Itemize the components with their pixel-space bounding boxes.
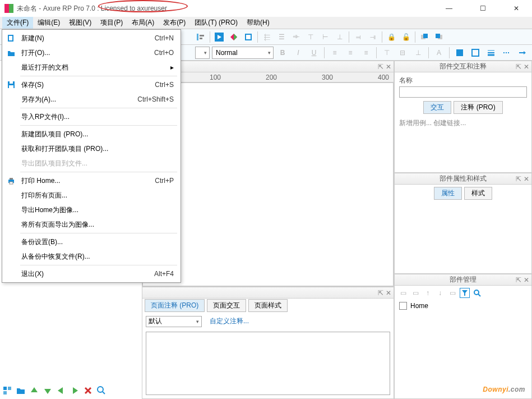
file-menu-item-19[interactable]: 从备份中恢复文件(R)...: [3, 249, 179, 264]
menu-4[interactable]: 布局(A): [127, 17, 159, 29]
minimize-button[interactable]: —: [438, 2, 460, 15]
svg-line-39: [103, 392, 105, 394]
menu-6[interactable]: 团队(T) (PRO): [190, 17, 242, 29]
down-icon[interactable]: [43, 386, 54, 397]
file-menu-item-21[interactable]: 退出(X)Alt+F4: [3, 267, 179, 281]
ol-down-icon[interactable]: ↓: [435, 288, 445, 298]
line-style-icon[interactable]: [500, 47, 514, 59]
menu-1[interactable]: 编辑(E): [33, 17, 64, 29]
page-tree-icon[interactable]: [2, 386, 13, 397]
valign-bot-icon[interactable]: ⊥: [411, 47, 425, 59]
x-icon[interactable]: ✕: [524, 63, 529, 71]
preview-icon[interactable]: [212, 31, 226, 43]
ol-btn1-icon[interactable]: ▭: [398, 288, 408, 298]
pin-icon[interactable]: ⇱: [516, 276, 521, 284]
menu-3[interactable]: 项目(P): [96, 17, 127, 29]
align-m-icon[interactable]: ⊢: [318, 31, 332, 43]
svg-marker-33: [44, 389, 51, 394]
close-button[interactable]: ✕: [505, 2, 528, 15]
file-menu-item-7[interactable]: 导入RP文件(I)...: [3, 109, 179, 124]
interaction-tab-0[interactable]: 交互: [423, 101, 451, 114]
save-icon: [7, 80, 16, 89]
widget-name-input[interactable]: [399, 86, 527, 98]
ol-up-icon[interactable]: ↑: [423, 288, 433, 298]
zoom-dropdown[interactable]: [195, 47, 210, 59]
file-menu-item-5[interactable]: 另存为(A)...Ctrl+Shift+S: [3, 92, 179, 107]
left-icon[interactable]: [56, 386, 67, 397]
up-icon[interactable]: [29, 386, 40, 397]
bottom-tab-2[interactable]: 页面样式: [248, 299, 288, 312]
menu-7[interactable]: 帮助(H): [242, 17, 274, 29]
properties-tab-0[interactable]: 属性: [434, 187, 462, 200]
file-menu-item-4[interactable]: 保存(S)Ctrl+S: [3, 77, 179, 92]
text-align-center-icon[interactable]: ≡: [344, 47, 357, 59]
pin-icon[interactable]: ⇱: [516, 175, 521, 183]
filter-icon[interactable]: [460, 288, 470, 298]
x-icon[interactable]: ✕: [386, 289, 391, 297]
pin-icon[interactable]: ⇱: [378, 289, 383, 297]
arrow-icon[interactable]: [516, 47, 529, 59]
italic-button[interactable]: I: [292, 47, 305, 59]
valign-top-icon[interactable]: ⊤: [380, 47, 394, 59]
align-t-icon[interactable]: ⊤: [304, 31, 317, 43]
custom-notes-link[interactable]: 自定义注释...: [205, 314, 253, 328]
x-icon[interactable]: ✕: [386, 63, 391, 71]
menu-5[interactable]: 发布(P): [159, 17, 190, 29]
fill-color-icon[interactable]: [453, 47, 466, 59]
front-icon[interactable]: [418, 31, 431, 43]
font-color-icon[interactable]: A: [432, 47, 446, 59]
text-align-left-icon[interactable]: ≡: [328, 47, 341, 59]
file-menu-item-10[interactable]: 获取和打开团队项目 (PRO)...: [3, 141, 179, 156]
ol-btn2-icon[interactable]: ▭: [410, 288, 420, 298]
align-l-icon[interactable]: ⬱: [260, 31, 274, 43]
file-menu-item-9[interactable]: 新建团队项目 (PRO)...: [3, 127, 179, 141]
share-icon[interactable]: [227, 31, 240, 43]
pin-icon[interactable]: ⇱: [516, 63, 521, 71]
file-menu-item-16[interactable]: 将所有页面导出为图像...: [3, 217, 179, 232]
dist-h-icon[interactable]: ⫤: [351, 31, 365, 43]
outline-item-home[interactable]: Home: [395, 300, 531, 311]
file-menu-item-18[interactable]: 备份设置(B)...: [3, 235, 179, 249]
notes-textarea[interactable]: [146, 332, 390, 395]
interaction-tab-1[interactable]: 注释 (PRO): [454, 101, 502, 114]
folder-icon[interactable]: [16, 386, 27, 397]
right-icon[interactable]: [70, 386, 81, 397]
bold-button[interactable]: B: [276, 47, 289, 59]
search-left-icon[interactable]: [96, 386, 108, 397]
file-menu-item-13[interactable]: 打印 Home...Ctrl+P: [3, 173, 179, 188]
style-dropdown[interactable]: Normal: [212, 47, 274, 59]
align-b-icon[interactable]: ⊥: [333, 31, 346, 43]
file-menu-item-14[interactable]: 打印所有页面...: [3, 188, 179, 203]
file-menu-item-1[interactable]: 打开(O)...Ctrl+O: [3, 45, 179, 60]
underline-button[interactable]: U: [307, 47, 321, 59]
valign-mid-icon[interactable]: ⊟: [396, 47, 409, 59]
align-r-icon[interactable]: ⬲: [289, 31, 303, 43]
unlock-icon[interactable]: 🔓: [399, 31, 413, 43]
pin-icon[interactable]: ⇱: [378, 63, 383, 71]
ol-btn5-icon[interactable]: ▭: [447, 288, 457, 298]
file-menu-item-15[interactable]: 导出Home为图像...: [3, 203, 179, 217]
maximize-button[interactable]: ☐: [471, 2, 494, 15]
text-align-right-icon[interactable]: ≡: [359, 47, 373, 59]
align-c-icon[interactable]: ☰: [275, 31, 288, 43]
interactions-links[interactable]: 新增用例... 创建链接...: [395, 116, 531, 130]
x-icon[interactable]: ✕: [524, 175, 529, 183]
properties-tab-1[interactable]: 样式: [464, 187, 492, 200]
align-left-icon[interactable]: [194, 31, 207, 43]
notes-default-dropdown[interactable]: 默认: [146, 316, 202, 327]
file-menu-item-2[interactable]: 最近打开的文档▸: [3, 60, 179, 75]
publish-icon[interactable]: [242, 31, 255, 43]
bottom-tab-0[interactable]: 页面注释 (PRO): [145, 299, 205, 312]
search-icon[interactable]: [472, 288, 482, 298]
dist-v-icon[interactable]: ⫣: [366, 31, 380, 43]
x-icon[interactable]: ✕: [524, 276, 529, 284]
bottom-tab-1[interactable]: 页面交互: [207, 299, 246, 312]
back-icon[interactable]: [432, 31, 446, 43]
menu-2[interactable]: 视图(V): [64, 17, 96, 29]
line-width-icon[interactable]: [484, 47, 498, 59]
lock-icon[interactable]: 🔒: [385, 31, 398, 43]
file-menu-item-0[interactable]: 新建(N)Ctrl+N: [3, 31, 179, 45]
line-color-icon[interactable]: [469, 47, 482, 59]
del-icon[interactable]: [83, 386, 94, 397]
menu-0[interactable]: 文件(F): [2, 17, 33, 29]
